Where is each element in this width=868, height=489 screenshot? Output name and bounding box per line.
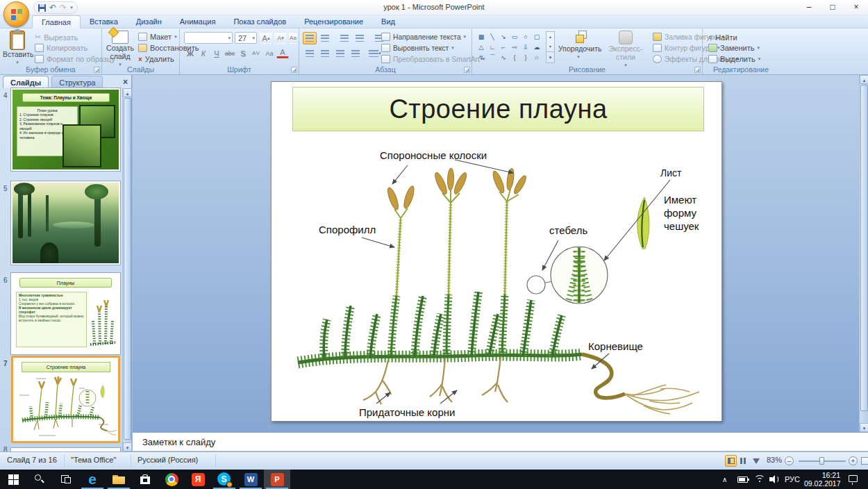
underline-button[interactable]: Ч (210, 47, 223, 59)
tray-hidden-icons-button[interactable]: ∧ (722, 470, 727, 489)
action-center-button[interactable] (849, 470, 859, 489)
edge-button[interactable]: e (79, 470, 106, 489)
shapes-scroll-up-icon[interactable]: ▴ (546, 32, 554, 42)
scroll-up-icon[interactable]: ▴ (123, 88, 132, 97)
battery-indicator[interactable] (737, 470, 748, 489)
font-dialog-launcher[interactable] (291, 67, 297, 73)
shape-rectangle-icon[interactable]: ▭ (509, 31, 520, 42)
chrome-button[interactable] (158, 470, 185, 489)
label-rhizome[interactable]: Корневище (588, 340, 643, 353)
canvas-scroll-down-icon[interactable]: ▾ (860, 423, 868, 432)
zoom-out-button[interactable]: – (785, 456, 794, 465)
character-spacing-button[interactable]: AV (250, 47, 262, 59)
drawing-dialog-launcher[interactable] (694, 67, 701, 73)
font-name-combo[interactable]: ▾ (184, 32, 233, 44)
shape-elbow-icon[interactable]: ∟ (487, 42, 498, 52)
shape-curve-icon[interactable]: ∿ (498, 52, 509, 63)
quick-styles-button[interactable]: Экспресс-стили ▾ (601, 31, 650, 69)
clock[interactable]: 16:21 09.02.2017 (804, 470, 840, 489)
justify-button[interactable] (349, 47, 362, 60)
wifi-indicator[interactable] (754, 470, 765, 489)
clear-formatting-button[interactable]: Аа (289, 32, 297, 44)
label-stem[interactable]: стебель (549, 224, 587, 237)
tab-dizayn[interactable]: Дизайн (127, 15, 171, 28)
tab-vid[interactable]: Вид (372, 15, 404, 28)
language-switcher[interactable]: РУС (785, 470, 800, 489)
task-view-button[interactable] (53, 470, 79, 489)
shapes-scroll-down-icon[interactable]: ▾ (546, 42, 554, 51)
shape-triangle-icon[interactable]: △ (476, 42, 487, 52)
copy-button[interactable]: Копировать (35, 44, 87, 52)
paste-button[interactable]: Вставить ▾ (3, 31, 32, 67)
text-direction-button[interactable]: Направление текста ▾ (381, 33, 466, 41)
shape-block-arrow-right-icon[interactable]: ⇨ (509, 42, 520, 52)
scroll-down-icon[interactable]: ▾ (123, 442, 132, 451)
numbering-button[interactable] (318, 32, 332, 44)
label-leaf[interactable]: Лист (660, 167, 681, 180)
columns-button[interactable]: ▾ (368, 47, 382, 60)
decrease-indent-button[interactable] (337, 32, 351, 44)
shape-rounded-rect-icon[interactable]: ▢ (531, 31, 542, 42)
change-case-button[interactable]: Аа (263, 47, 276, 59)
label-sporophyll[interactable]: Спорофилл (319, 223, 376, 236)
shape-ellipse-icon[interactable]: ○ (520, 31, 531, 42)
label-roots[interactable]: Придаточные корни (359, 406, 455, 419)
fit-to-window-button[interactable] (861, 457, 868, 465)
close-button[interactable]: × (844, 0, 868, 15)
shape-brace-right-icon[interactable]: } (520, 52, 531, 63)
start-button[interactable] (0, 470, 26, 489)
tab-slides-thumbnails[interactable]: Слайды (3, 76, 49, 88)
tab-glavnaya[interactable]: Главная (32, 15, 81, 28)
grow-font-button[interactable]: А▴ (260, 32, 272, 44)
align-text-button[interactable]: Выровнять текст ▾ (381, 44, 454, 52)
search-button[interactable] (26, 470, 53, 489)
shape-cloud-icon[interactable]: ☁ (531, 42, 542, 52)
layout-button[interactable]: Макет ▾ (138, 33, 177, 41)
slide-sorter-button[interactable] (737, 455, 749, 467)
shape-picture-icon[interactable]: ▩ (476, 31, 487, 42)
slides-panel-scrollbar[interactable]: ▴ ▾ (122, 88, 131, 451)
office-button[interactable] (3, 1, 29, 27)
font-color-button[interactable]: А (276, 47, 289, 58)
powerpoint-button[interactable]: P (264, 470, 290, 489)
bullets-button[interactable] (303, 32, 317, 44)
minimize-button[interactable]: – (797, 0, 821, 15)
label-leaf-note[interactable]: Имеют форму чешуек (664, 193, 699, 233)
volume-indicator[interactable] (769, 470, 779, 489)
tab-outline[interactable]: Структура (51, 76, 103, 88)
tab-animatsiya[interactable]: Анимация (171, 15, 225, 28)
shape-star-icon[interactable]: ☆ (531, 52, 542, 63)
canvas-scrollbar-thumb[interactable] (860, 85, 868, 411)
shape-arc-icon[interactable]: ⌒ (487, 52, 498, 63)
delete-slide-button[interactable]: × Удалить (138, 55, 174, 63)
replace-button[interactable]: Заменить ▾ (708, 44, 760, 52)
align-right-button[interactable] (333, 47, 347, 60)
panel-close-icon[interactable]: × (123, 77, 128, 87)
bold-button[interactable]: Ж (184, 47, 197, 59)
restore-button[interactable]: □ (821, 0, 844, 15)
shape-block-arrow-down-icon[interactable]: ⇩ (520, 42, 531, 52)
normal-view-button[interactable] (725, 455, 737, 467)
club-moss-illustration[interactable] (272, 82, 723, 422)
file-explorer-button[interactable] (106, 470, 132, 489)
find-button[interactable]: ⌕ Найти (708, 33, 737, 42)
tab-pokaz-slaydov[interactable]: Показ слайдов (224, 15, 295, 28)
zoom-in-button[interactable]: + (849, 456, 858, 465)
cut-button[interactable]: ✂ Вырезать (35, 33, 78, 42)
slide-6-thumbnail[interactable]: Плауны Многолетние травянистые 1 тыс. ви… (11, 273, 120, 354)
shape-elbow-arrow-icon[interactable]: ⌐ (498, 42, 509, 52)
align-center-button[interactable] (318, 47, 332, 60)
shapes-more-icon[interactable]: ▼ (546, 51, 554, 63)
shape-brace-left-icon[interactable]: { (509, 52, 520, 63)
slide-editor[interactable]: Строение плауна (271, 81, 722, 422)
font-size-combo[interactable]: 27 ▾ (235, 32, 257, 44)
slideshow-view-button[interactable] (750, 455, 762, 467)
italic-button[interactable]: К (197, 47, 210, 59)
tab-vstavka[interactable]: Вставка (81, 15, 127, 28)
text-shadow-button[interactable]: S (237, 47, 249, 59)
increase-indent-button[interactable] (353, 32, 367, 44)
shape-lightning-icon[interactable]: ↯ (476, 52, 487, 63)
notes-pane[interactable]: Заметки к слайду (133, 432, 868, 451)
shape-line-icon[interactable]: ╲ (487, 31, 498, 42)
slide-5-thumbnail[interactable] (11, 181, 120, 265)
